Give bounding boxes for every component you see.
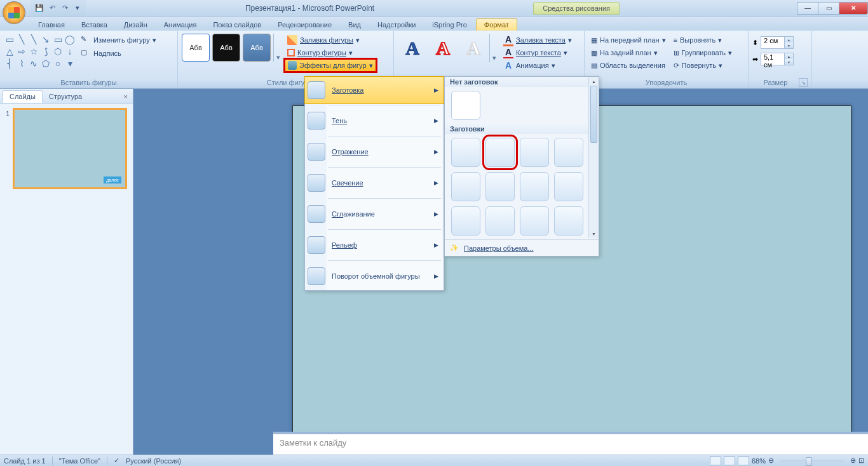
width-input[interactable]: 5,1 см▲▼: [761, 53, 794, 65]
shape-rect2-icon[interactable]: ▭: [52, 34, 64, 45]
align-button[interactable]: ≡Выровнять ▾: [671, 34, 735, 46]
tab-insert[interactable]: Вставка: [74, 19, 115, 30]
wordart-gallery[interactable]: А А А ▾: [398, 34, 498, 63]
tab-addins[interactable]: Надстройки: [370, 19, 423, 30]
shape-hex-icon[interactable]: ⬡: [52, 46, 64, 57]
preset-none[interactable]: [451, 91, 480, 120]
style-gallery-more-icon[interactable]: ▾: [273, 34, 282, 62]
normal-view-button[interactable]: [710, 456, 721, 465]
shape-rect-icon[interactable]: ▭: [4, 34, 15, 45]
undo-icon[interactable]: ↶: [47, 3, 57, 13]
preset-3[interactable]: [520, 138, 549, 167]
scroll-thumb[interactable]: [590, 86, 597, 143]
shape-style-gallery[interactable]: Абв Абв Абв ▾: [182, 34, 282, 62]
text-box-button[interactable]: ▢Надпись: [78, 47, 159, 60]
menu-reflection[interactable]: Отражение ▶: [305, 138, 444, 166]
spin-up-icon[interactable]: ▲: [784, 37, 793, 43]
zoom-level[interactable]: 68%: [752, 457, 766, 465]
shape-connector-icon[interactable]: ⌇: [16, 58, 27, 69]
menu-bevel[interactable]: Рельеф ▶: [305, 231, 444, 259]
office-button[interactable]: [3, 1, 25, 24]
preset-12[interactable]: [554, 206, 583, 236]
bring-front-button[interactable]: ▦На передний план ▾: [588, 34, 668, 46]
menu-3d-rotation[interactable]: Поворот объемной фигуры ▶: [305, 262, 444, 290]
shape-callout-icon[interactable]: ⬠: [40, 58, 51, 69]
spin-down-icon[interactable]: ▼: [784, 59, 793, 65]
tab-home[interactable]: Главная: [31, 19, 72, 30]
text-effects-button[interactable]: ААнимация ▾: [501, 59, 574, 72]
tab-view[interactable]: Вид: [341, 19, 369, 30]
wordart-more-icon[interactable]: ▾: [489, 34, 498, 62]
zoom-slider[interactable]: [780, 460, 844, 462]
menu-preset[interactable]: Заготовка ▶: [304, 76, 444, 104]
shape-arrow-icon[interactable]: ↘: [40, 34, 51, 45]
language-indicator[interactable]: Русский (Россия): [126, 457, 181, 465]
style-preset-3[interactable]: Абв: [243, 34, 271, 62]
preset-9[interactable]: [451, 206, 480, 236]
save-icon[interactable]: 💾: [34, 3, 44, 13]
rotate-button[interactable]: ⟳Повернуть ▾: [671, 59, 735, 72]
wordart-1[interactable]: А: [398, 34, 427, 63]
text-outline-button[interactable]: АКонтур текста ▾: [501, 46, 574, 59]
wordart-3[interactable]: А: [459, 34, 488, 63]
preset-6[interactable]: [485, 172, 515, 201]
outline-tab[interactable]: Структура: [43, 91, 88, 102]
preset-1[interactable]: [451, 138, 480, 167]
scroll-down-icon[interactable]: ▼: [589, 229, 599, 238]
shape-brace-icon[interactable]: ⎨: [4, 58, 15, 69]
menu-shadow[interactable]: Тень ▶: [305, 107, 444, 135]
shape-connector2-icon[interactable]: ∿: [28, 58, 39, 69]
shape-line2-icon[interactable]: ╲: [28, 34, 39, 45]
selection-pane-button[interactable]: ▤Область выделения: [588, 59, 668, 72]
shape-outline-button[interactable]: Контур фигуры ▾: [285, 46, 376, 59]
preset-5[interactable]: [451, 172, 480, 201]
tab-slideshow[interactable]: Показ слайдов: [205, 19, 269, 30]
edit-shape-button[interactable]: ✎Изменить фигуру ▾: [78, 34, 159, 46]
tab-format[interactable]: Формат: [476, 18, 517, 30]
shape-arrow2-icon[interactable]: ⇨: [16, 46, 27, 57]
close-button[interactable]: ✕: [839, 2, 868, 15]
spin-down-icon[interactable]: ▼: [784, 43, 793, 48]
shape-arrow3-icon[interactable]: ↓: [64, 46, 76, 57]
gallery-scrollbar[interactable]: ▲ ▼: [588, 77, 599, 238]
qat-dropdown-icon[interactable]: ▾: [72, 3, 83, 13]
shape-more-icon[interactable]: ▾: [64, 58, 76, 69]
shape-effects-button[interactable]: Эффекты для фигур ▾: [285, 59, 376, 72]
scroll-up-icon[interactable]: ▲: [589, 77, 599, 86]
menu-soft-edges[interactable]: Сглаживание ▶: [305, 200, 444, 228]
slides-tab[interactable]: Слайды: [3, 90, 43, 103]
zoom-in-icon[interactable]: ⊕: [850, 456, 856, 465]
tab-ispring[interactable]: iSpring Pro: [424, 19, 474, 30]
shapes-gallery[interactable]: ▭╲╲↘▭◯ △⇨☆⟆⬡↓ ⎨⌇∿⬠○▾: [4, 34, 76, 69]
tab-design[interactable]: Дизайн: [116, 19, 155, 30]
shape-oval-icon[interactable]: ◯: [64, 34, 76, 45]
shape-tri-icon[interactable]: △: [4, 46, 15, 57]
shape-curve-icon[interactable]: ⟆: [40, 46, 51, 57]
text-fill-button[interactable]: АЗаливка текста ▾: [501, 34, 574, 46]
maximize-button[interactable]: ▭: [818, 2, 839, 15]
sorter-view-button[interactable]: [724, 456, 735, 465]
size-launcher-icon[interactable]: ↘: [799, 78, 808, 87]
shape-fill-button[interactable]: Заливка фигуры ▾: [285, 34, 376, 46]
3d-options-button[interactable]: ✨ Параметры объема...: [445, 239, 599, 256]
wordart-2[interactable]: А: [428, 34, 458, 63]
preset-10[interactable]: [485, 206, 515, 236]
style-preset-1[interactable]: Абв: [182, 34, 210, 62]
left-panel-close-icon[interactable]: ×: [121, 93, 130, 100]
style-preset-2[interactable]: Абв: [212, 34, 240, 62]
shape-circle-icon[interactable]: ○: [52, 58, 64, 69]
tab-review[interactable]: Рецензирование: [270, 19, 339, 30]
shape-star-icon[interactable]: ☆: [28, 46, 39, 57]
group-button[interactable]: ⊞Группировать ▾: [671, 46, 735, 59]
preset-8[interactable]: [554, 172, 583, 201]
preset-2[interactable]: [485, 138, 515, 167]
height-input[interactable]: 2 см▲▼: [761, 36, 794, 49]
minimize-button[interactable]: —: [797, 2, 818, 15]
zoom-out-icon[interactable]: ⊖: [768, 456, 774, 465]
slideshow-view-button[interactable]: [738, 456, 749, 465]
spellcheck-icon[interactable]: ✓: [114, 456, 119, 465]
tab-animation[interactable]: Анимация: [156, 19, 205, 30]
redo-icon[interactable]: ↷: [60, 3, 70, 13]
shape-line-icon[interactable]: ╲: [16, 34, 27, 45]
preset-11[interactable]: [520, 206, 549, 236]
